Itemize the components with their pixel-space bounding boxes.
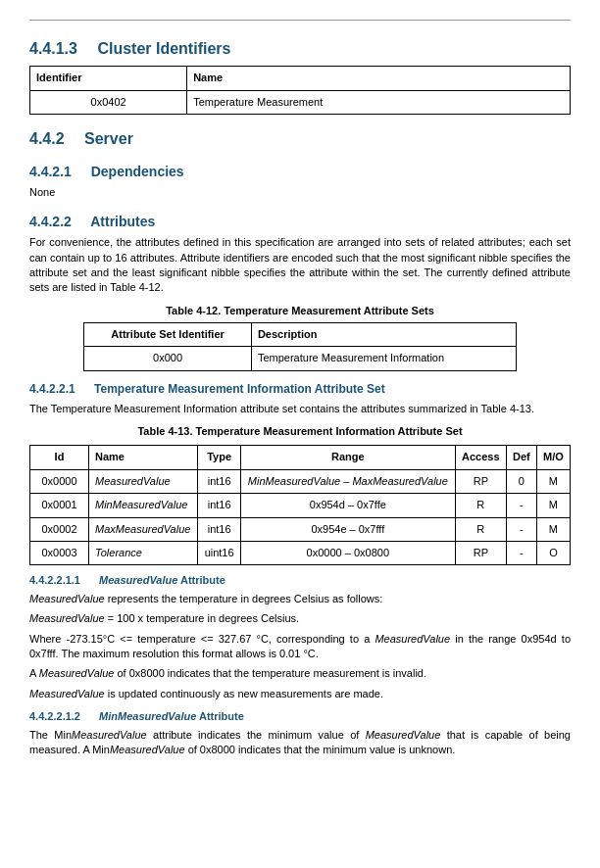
section-442211-num: 4.4.2.2.1.1 <box>29 574 80 586</box>
section-44221-title: Temperature Measurement Information Attr… <box>94 382 385 396</box>
section-442211-title-italic: MeasuredValue <box>99 574 177 586</box>
cell-id: 0x0001 <box>30 494 89 517</box>
section-4421-num: 4.4.2.1 <box>29 164 72 179</box>
dependencies-none: None <box>29 185 571 200</box>
cell-def: 0 <box>506 469 536 493</box>
table-row: 0x0002 MaxMeasuredValue int16 0x954e – 0… <box>30 517 571 541</box>
section-442211-suffix: Attribute <box>180 574 225 586</box>
col-def: Def <box>506 446 536 469</box>
table-row: 0x000 Temperature Measurement Informatio… <box>84 347 517 370</box>
section-4421: 4.4.2.1 Dependencies None <box>29 163 571 201</box>
cell-def: - <box>506 494 536 517</box>
section-4413-heading: 4.4.1.3 Cluster Identifiers <box>29 38 571 60</box>
section-4422-heading: 4.4.2.2 Attributes <box>29 213 571 232</box>
cell-name: MaxMeasuredValue <box>89 517 198 541</box>
cell-type: int16 <box>198 494 240 517</box>
para-0: MeasuredValue represents the temperature… <box>29 592 571 606</box>
cell-access: RP <box>455 469 506 493</box>
section-442: 4.4.2 Server <box>29 128 571 150</box>
cell-def: - <box>506 542 536 565</box>
cell-range: MinMeasuredValue – MaxMeasuredValue <box>240 469 455 493</box>
col-type: Type <box>198 446 240 469</box>
cell-name: Temperature Measurement <box>187 90 571 114</box>
section-4421-title: Dependencies <box>91 164 184 179</box>
cell-identifier: 0x0402 <box>30 90 187 114</box>
section-4422-num: 4.4.2.2 <box>29 214 72 229</box>
para-4: MeasuredValue is updated continuously as… <box>29 687 571 701</box>
col-description: Description <box>251 323 516 347</box>
col-name: Name <box>89 446 198 469</box>
section-4413: 4.4.1.3 Cluster Identifiers Identifier N… <box>29 20 571 115</box>
cell-access: R <box>455 494 506 517</box>
cell-name: Tolerance <box>89 542 198 565</box>
cell-id: 0x0000 <box>30 469 89 493</box>
section-442212-suffix: Attribute <box>199 710 244 722</box>
section-442211: 4.4.2.2.1.1 MeasuredValue Attribute Meas… <box>29 573 571 701</box>
cell-def: - <box>506 517 536 541</box>
cell-mo: O <box>536 542 570 565</box>
attributes-description: For convenience, the attributes defined … <box>29 235 571 296</box>
cell-range: 0x0000 – 0x0800 <box>240 542 455 565</box>
para-0: The MinMeasuredValue attribute indicates… <box>29 728 571 758</box>
table-row: 0x0003 Tolerance uint16 0x0000 – 0x0800 … <box>30 542 571 565</box>
section-44221: 4.4.2.2.1 Temperature Measurement Inform… <box>29 381 571 566</box>
col-name: Name <box>187 67 571 90</box>
attr-set-table: Attribute Set Identifier Description 0x0… <box>83 322 517 371</box>
section-4413-title: Cluster Identifiers <box>97 40 230 57</box>
section-44221-num: 4.4.2.2.1 <box>29 382 75 396</box>
section-442-title: Server <box>84 130 133 147</box>
section-4422-title: Attributes <box>90 214 155 229</box>
col-identifier: Identifier <box>30 67 187 90</box>
section-4422: 4.4.2.2 Attributes For convenience, the … <box>29 213 571 371</box>
col-range: Range <box>240 446 455 469</box>
minmeasuredvalue-paras: The MinMeasuredValue attribute indicates… <box>29 728 571 758</box>
para-3: A MeasuredValue of 0x8000 indicates that… <box>29 666 571 681</box>
table-row: 0x0000 MeasuredValue int16 MinMeasuredVa… <box>30 469 571 493</box>
section-442-num: 4.4.2 <box>29 130 65 147</box>
section-4413-num: 4.4.1.3 <box>29 40 77 57</box>
section-4421-heading: 4.4.2.1 Dependencies <box>29 163 571 182</box>
col-id: Id <box>30 446 89 469</box>
cell-description: Temperature Measurement Information <box>251 347 516 370</box>
table12-caption: Table 4-12. Temperature Measurement Attr… <box>29 304 571 318</box>
attr-info-description: The Temperature Measurement Information … <box>29 402 571 416</box>
cell-range: 0x954d – 0x7ffe <box>240 494 455 517</box>
cell-id: 0x0003 <box>30 542 89 565</box>
col-attr-set-id: Attribute Set Identifier <box>84 323 252 347</box>
cell-id: 0x0002 <box>30 517 89 541</box>
section-442212-heading: 4.4.2.2.1.2 MinMeasuredValue Attribute <box>29 709 571 724</box>
cluster-id-table: Identifier Name 0x0402 Temperature Measu… <box>29 66 571 115</box>
section-442212-title-italic: MinMeasuredValue <box>99 710 196 722</box>
section-442211-heading: 4.4.2.2.1.1 MeasuredValue Attribute <box>29 573 571 588</box>
cell-mo: M <box>536 469 570 493</box>
cell-range: 0x954e – 0x7fff <box>240 517 455 541</box>
cell-name: MinMeasuredValue <box>89 494 198 517</box>
section-442212-num: 4.4.2.2.1.2 <box>29 710 80 722</box>
cell-mo: M <box>536 517 570 541</box>
section-442212: 4.4.2.2.1.2 MinMeasuredValue Attribute T… <box>29 709 571 757</box>
table-row: 0x0001 MinMeasuredValue int16 0x954d – 0… <box>30 494 571 517</box>
cell-access: RP <box>455 542 506 565</box>
table13-caption: Table 4-13. Temperature Measurement Info… <box>29 424 571 439</box>
para-1: MeasuredValue = 100 x temperature in deg… <box>29 611 571 626</box>
cell-type: int16 <box>198 469 240 493</box>
cell-name: MeasuredValue <box>89 469 198 493</box>
measuredvalue-paras: MeasuredValue represents the temperature… <box>29 592 571 701</box>
section-442-heading: 4.4.2 Server <box>29 128 571 150</box>
col-access: Access <box>455 446 506 469</box>
attr-info-table: Id Name Type Range Access Def M/O 0x0000… <box>29 445 571 565</box>
cell-type: int16 <box>198 517 240 541</box>
cell-type: uint16 <box>198 542 240 565</box>
para-2: Where -273.15°C <= temperature <= 327.67… <box>29 632 571 662</box>
section-44221-heading: 4.4.2.2.1 Temperature Measurement Inform… <box>29 381 571 398</box>
col-mo: M/O <box>536 446 570 469</box>
cell-mo: M <box>536 494 570 517</box>
table-row: 0x0402 Temperature Measurement <box>30 90 571 114</box>
cell-attr-set-id: 0x000 <box>84 347 252 370</box>
cell-access: R <box>455 517 506 541</box>
